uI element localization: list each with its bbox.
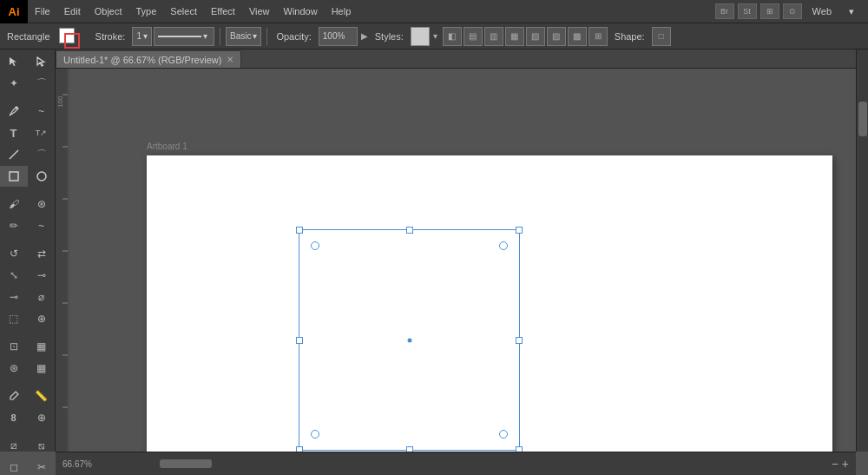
arrange-button7[interactable]: ▩ [568,27,587,46]
zoom-out-button[interactable]: − [832,457,838,471]
handle-middle-left[interactable] [296,337,303,344]
artboard-label: Artboard 1 [147,142,187,151]
blend-tool[interactable]: 8 [0,407,28,428]
blob-brush-tool[interactable]: ⊛ [28,194,56,214]
slice-tool[interactable]: ⧄ [0,435,28,456]
web-workspace[interactable]: Web [806,6,838,16]
stroke-options[interactable]: ▾ [154,27,214,46]
corner-radius-handle-br[interactable] [499,430,508,439]
menu-object[interactable]: Object [88,0,129,23]
tab-close-button[interactable]: ✕ [227,55,233,64]
handle-middle-right[interactable] [516,337,523,344]
direct-selection-tool[interactable] [28,51,56,72]
svg-text:100: 100 [56,96,64,108]
paintbrush-tool[interactable]: 🖌 [0,194,28,214]
eraser-tool[interactable]: ◻ [0,457,28,475]
zoom-level: 66.67% [56,459,99,469]
menu-edit[interactable]: Edit [57,0,88,23]
selection-tool[interactable] [0,51,28,72]
tool-name-label: Rectangle [3,31,54,42]
warp-tool[interactable]: ⌀ [28,287,56,307]
blend-row: 8 ⊕ [0,407,56,428]
menu-select[interactable]: Select [163,0,204,23]
apps-grid-icon[interactable]: ⊞ [760,3,779,19]
handle-top-middle[interactable] [406,227,413,234]
eyedropper-tool[interactable] [0,386,28,406]
menu-file[interactable]: File [28,0,57,23]
arc-tool[interactable]: ⌒ [28,144,56,165]
shape-options[interactable]: □ [652,27,671,46]
stroke-weight-select[interactable]: 1 ▾ [132,27,152,46]
menu-effect[interactable]: Effect [204,0,242,23]
workspace-switcher[interactable]: ▾ [842,6,861,17]
corner-radius-handle-bl[interactable] [311,430,319,439]
style-preview[interactable] [411,27,430,46]
selected-rectangle[interactable] [299,229,520,451]
pen-row: ~ [0,101,56,122]
pencil-tool[interactable]: ✏ [0,215,28,236]
ellipse-tool[interactable] [28,166,56,187]
arrange-button2[interactable]: ▤ [464,27,483,46]
symbol-sprayer-tool[interactable]: ⊛ [0,358,28,379]
perspective-selection-tool[interactable]: ▦ [28,336,56,357]
horizontal-scroll-thumb[interactable] [160,459,212,468]
reflect-tool[interactable]: ⇄ [28,243,56,264]
document-tab[interactable]: Untitled-1* @ 66.67% (RGB/Preview) ✕ [56,50,241,68]
smooth-tool[interactable]: ~ [28,215,56,236]
type-tool[interactable]: T [0,122,28,143]
opacity-input[interactable] [319,27,358,46]
zoom-in-button[interactable]: + [842,457,849,471]
stroke-swatch[interactable] [64,33,80,49]
corner-radius-handle-tr[interactable] [499,241,508,250]
menu-view[interactable]: View [242,0,277,23]
settings-icon[interactable]: ⊙ [783,3,802,19]
eyedropper-row: 📏 [0,386,56,406]
width-tool[interactable]: ⊸ [0,287,28,307]
arrange-button6[interactable]: ▨ [547,27,566,46]
slice-select-tool[interactable]: ⧅ [28,435,56,456]
vertical-ruler: 100 [56,69,69,452]
bridge-icon[interactable]: Br [715,3,734,19]
menu-help[interactable]: Help [325,0,358,23]
free-transform-tool[interactable]: ⬚ [0,308,28,329]
scissors-tool[interactable]: ✂ [28,457,56,475]
slice-row: ⧄ ⧅ [0,435,56,456]
arrange-button3[interactable]: ▥ [484,27,503,46]
rectangle-tool[interactable] [0,166,28,187]
live-paint-bucket-tool[interactable]: ⊕ [28,407,56,428]
stock-icon[interactable]: St [738,3,757,19]
curvature-tool[interactable]: ~ [28,101,56,122]
corner-radius-handle-tl[interactable] [311,241,319,250]
menu-window[interactable]: Window [277,0,325,23]
style-select[interactable]: Basic ▾ [226,27,261,46]
rotate-tool[interactable]: ↺ [0,243,28,264]
opacity-slider-arrow[interactable]: ▶ [361,31,368,41]
scale-tool[interactable]: ⤡ [0,265,28,286]
touch-type-tool[interactable]: T↗ [28,122,56,143]
line-tool[interactable] [0,144,28,165]
chart-tool[interactable]: ▦ [28,358,56,379]
menu-type[interactable]: Type [129,0,164,23]
shape-builder-tool[interactable]: ⊕ [28,308,56,329]
lasso-tool[interactable]: ⌒ [28,73,56,94]
canvas-area[interactable]: Artboard 1 [69,69,856,452]
measure-tool[interactable]: 📏 [28,386,56,406]
vertical-scrollbar[interactable] [856,49,868,452]
styles-label: Styles: [372,31,407,42]
vertical-scroll-thumb[interactable] [858,102,867,136]
styles-dropdown[interactable]: ▾ [433,31,437,41]
paintbrush-row: 🖌 ⊛ [0,194,56,214]
magic-wand-tool[interactable]: ✦ [0,73,28,94]
arrange-button1[interactable]: ◧ [443,27,462,46]
arrange-button4[interactable]: ▦ [505,27,524,46]
handle-top-right[interactable] [516,227,523,234]
arrange-button5[interactable]: ▧ [526,27,545,46]
pen-tool[interactable] [0,101,28,122]
chart-row: ⊡ ▦ [0,336,56,357]
shear-tool[interactable]: ⊸ [28,265,56,286]
handle-top-left[interactable] [296,227,303,234]
eraser-row: ◻ ✂ [0,457,56,475]
perspective-grid-tool[interactable]: ⊡ [0,336,28,357]
arrange-button8[interactable]: ⊞ [589,27,608,46]
fill-stroke-indicator[interactable] [57,26,89,47]
